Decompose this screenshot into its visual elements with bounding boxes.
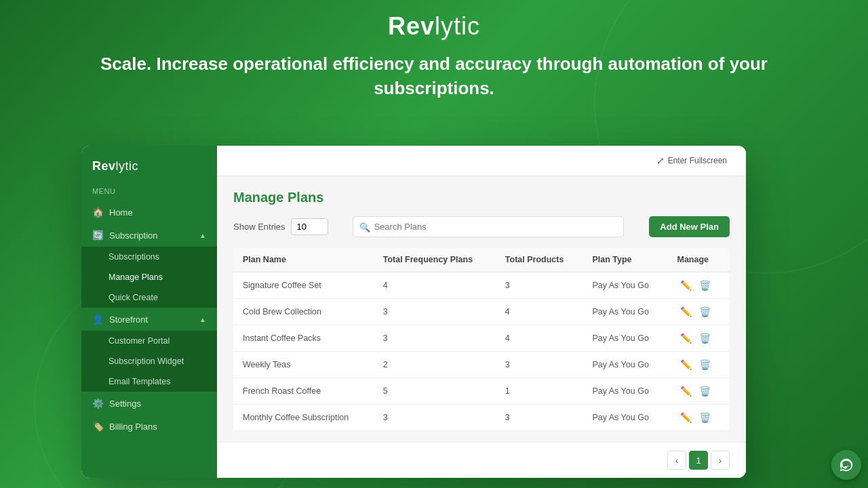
topbar: ⤢ Enter Fullscreen xyxy=(217,146,746,176)
subscription-submenu: Subscriptions Manage Plans Quick Create xyxy=(81,247,217,308)
cell-frequency: 2 xyxy=(374,352,496,378)
home-icon: 🏠 xyxy=(92,207,104,218)
sidebar-brand-bold: Rev xyxy=(92,159,116,173)
chat-icon xyxy=(839,458,854,472)
app-window: Revlytic Menu 🏠 Home 🔄 Subscription ▲ Su… xyxy=(81,146,746,478)
col-manage: Manage xyxy=(668,248,730,272)
cell-plan-type: Pay As You Go xyxy=(583,272,667,299)
table-header-row: Plan Name Total Frequency Plans Total Pr… xyxy=(233,248,730,272)
sidebar-item-quick-create[interactable]: Quick Create xyxy=(81,287,217,308)
delete-button-1[interactable]: 🗑️ xyxy=(696,305,713,319)
search-icon: 🔍 xyxy=(359,222,370,232)
subscriptions-label: Subscriptions xyxy=(108,252,159,262)
show-entries-group: Show Entries xyxy=(233,218,328,235)
search-box: 🔍 xyxy=(353,216,624,237)
edit-button-0[interactable]: ✏️ xyxy=(677,279,694,292)
cell-plan-type: Pay As You Go xyxy=(583,325,667,352)
sidebar-brand: Revlytic xyxy=(81,159,217,187)
prev-page-button[interactable]: ‹ xyxy=(667,451,686,470)
edit-button-2[interactable]: ✏️ xyxy=(677,331,694,345)
edit-button-3[interactable]: ✏️ xyxy=(677,358,694,371)
table-row: Instant Coffee Packs 3 4 Pay As You Go ✏… xyxy=(233,325,730,352)
billing-plans-label: Billing Plans xyxy=(109,422,157,432)
sidebar-item-manage-plans[interactable]: Manage Plans xyxy=(81,267,217,287)
edit-button-5[interactable]: ✏️ xyxy=(677,411,694,424)
cell-manage: ✏️ 🗑️ xyxy=(668,299,730,325)
edit-button-1[interactable]: ✏️ xyxy=(677,305,694,319)
table-row: Weekly Teas 2 3 Pay As You Go ✏️ 🗑️ xyxy=(233,352,730,378)
storefront-chevron: ▲ xyxy=(199,316,206,323)
billing-icon: 🏷️ xyxy=(92,421,104,432)
table-row: Signature Coffee Set 4 3 Pay As You Go ✏… xyxy=(233,272,730,299)
fullscreen-label: Enter Fullscreen xyxy=(668,156,727,165)
main-content: ⤢ Enter Fullscreen Manage Plans Show Ent… xyxy=(217,146,746,478)
storefront-submenu: Customer Portal Subscription Widget Emai… xyxy=(81,331,217,392)
next-page-button[interactable]: › xyxy=(711,451,730,470)
delete-button-0[interactable]: 🗑️ xyxy=(696,279,713,292)
sidebar-brand-light: lytic xyxy=(116,159,139,173)
fullscreen-icon: ⤢ xyxy=(656,155,665,166)
search-input[interactable] xyxy=(353,216,624,237)
sidebar-item-email-templates[interactable]: Email Templates xyxy=(81,371,217,392)
cell-plan-name: Instant Coffee Packs xyxy=(233,325,374,352)
subscription-chevron: ▲ xyxy=(199,232,206,239)
cell-frequency: 3 xyxy=(374,405,496,431)
plans-table: Plan Name Total Frequency Plans Total Pr… xyxy=(233,248,730,431)
cell-plan-type: Pay As You Go xyxy=(583,378,667,405)
chat-bubble-button[interactable] xyxy=(831,450,861,480)
cell-manage: ✏️ 🗑️ xyxy=(668,272,730,299)
cell-frequency: 3 xyxy=(374,325,496,352)
email-templates-label: Email Templates xyxy=(108,377,170,386)
content-area: Manage Plans Show Entries 🔍 Add New Plan… xyxy=(217,176,746,442)
storefront-icon: 👤 xyxy=(92,314,104,325)
sidebar-item-subscription[interactable]: 🔄 Subscription ▲ xyxy=(81,224,217,247)
pagination: ‹ 1 › xyxy=(217,442,746,478)
cell-products: 3 xyxy=(496,272,583,299)
delete-button-4[interactable]: 🗑️ xyxy=(696,384,713,398)
sidebar-item-subscription-label: Subscription xyxy=(109,230,158,241)
cell-plan-type: Pay As You Go xyxy=(583,352,667,378)
sidebar: Revlytic Menu 🏠 Home 🔄 Subscription ▲ Su… xyxy=(81,146,217,478)
sidebar-item-settings[interactable]: ⚙️ Settings xyxy=(81,392,217,415)
fullscreen-button[interactable]: ⤢ Enter Fullscreen xyxy=(651,152,732,169)
sidebar-item-customer-portal[interactable]: Customer Portal xyxy=(81,331,217,351)
customer-portal-label: Customer Portal xyxy=(108,336,170,346)
cell-products: 3 xyxy=(496,352,583,378)
page-title: Manage Plans xyxy=(233,190,730,205)
sidebar-item-storefront[interactable]: 👤 Storefront ▲ xyxy=(81,308,217,331)
menu-label: Menu xyxy=(81,187,217,201)
delete-button-2[interactable]: 🗑️ xyxy=(696,331,713,345)
add-new-plan-button[interactable]: Add New Plan xyxy=(649,216,730,237)
sidebar-item-home[interactable]: 🏠 Home xyxy=(81,201,217,224)
cell-plan-name: Monthly Coffee Subscription xyxy=(233,405,374,431)
cell-frequency: 4 xyxy=(374,272,496,299)
cell-frequency: 3 xyxy=(374,299,496,325)
cell-manage: ✏️ 🗑️ xyxy=(668,378,730,405)
sidebar-item-subscriptions[interactable]: Subscriptions xyxy=(81,247,217,267)
sidebar-item-storefront-label: Storefront xyxy=(109,314,148,325)
subscription-icon: 🔄 xyxy=(92,230,104,241)
edit-button-4[interactable]: ✏️ xyxy=(677,384,694,398)
cell-manage: ✏️ 🗑️ xyxy=(668,405,730,431)
cell-plan-name: Weekly Teas xyxy=(233,352,374,378)
show-entries-label: Show Entries xyxy=(233,222,285,232)
toolbar: Show Entries 🔍 Add New Plan xyxy=(233,216,730,237)
cell-plan-name: French Roast Coffee xyxy=(233,378,374,405)
col-total-products: Total Products xyxy=(496,248,583,272)
entries-input[interactable] xyxy=(291,218,328,235)
delete-button-5[interactable]: 🗑️ xyxy=(696,411,713,424)
cell-manage: ✏️ 🗑️ xyxy=(668,352,730,378)
sidebar-item-home-label: Home xyxy=(109,207,133,218)
cell-products: 1 xyxy=(496,378,583,405)
sidebar-item-billing-plans[interactable]: 🏷️ Billing Plans xyxy=(81,415,217,438)
delete-button-3[interactable]: 🗑️ xyxy=(696,358,713,371)
cell-plan-name: Signature Coffee Set xyxy=(233,272,374,299)
col-total-frequency: Total Frequency Plans xyxy=(374,248,496,272)
cell-products: 4 xyxy=(496,325,583,352)
table-row: Monthly Coffee Subscription 3 3 Pay As Y… xyxy=(233,405,730,431)
settings-icon: ⚙️ xyxy=(92,398,104,409)
page-1-button[interactable]: 1 xyxy=(689,451,708,470)
subscription-widget-label: Subscription Widget xyxy=(108,357,184,366)
quick-create-label: Quick Create xyxy=(108,293,158,302)
sidebar-item-subscription-widget[interactable]: Subscription Widget xyxy=(81,351,217,371)
